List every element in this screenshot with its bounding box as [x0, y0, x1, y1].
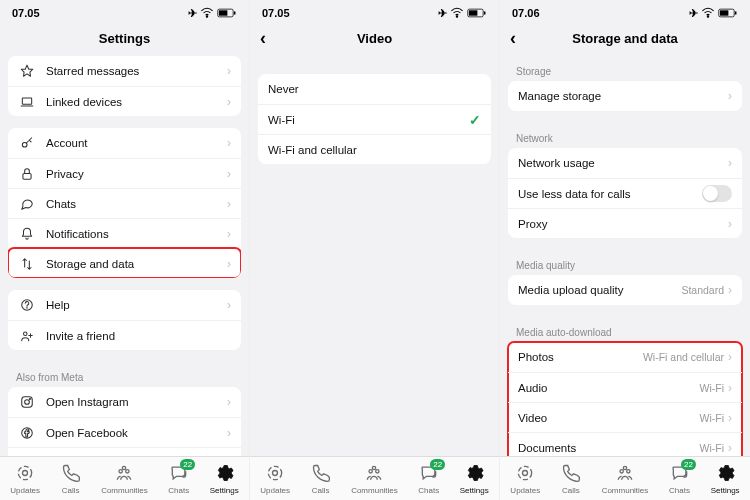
- chevron-right-icon: ›: [227, 426, 231, 440]
- row-wi-fi-and-cellular[interactable]: Wi-Fi and cellular: [258, 134, 491, 164]
- row-video[interactable]: VideoWi-Fi›: [508, 402, 742, 432]
- svg-point-17: [119, 469, 122, 472]
- content: StorageManage storage›NetworkNetwork usa…: [500, 56, 750, 456]
- row-linked-devices[interactable]: Linked devices›: [8, 86, 241, 116]
- row-open-facebook[interactable]: Open Facebook›: [8, 417, 241, 447]
- status-indicators: ✈︎: [689, 7, 738, 20]
- svg-point-28: [373, 466, 376, 469]
- tab-calls[interactable]: Calls: [311, 463, 331, 495]
- chevron-right-icon: ›: [728, 441, 732, 455]
- settings-card: Network usage›Use less data for callsPro…: [508, 148, 742, 238]
- status-bar: 07.05✈︎: [0, 0, 249, 20]
- row-value: Wi-Fi and cellular: [643, 351, 724, 363]
- tab-label: Calls: [312, 486, 330, 495]
- back-button[interactable]: ‹: [260, 29, 266, 47]
- svg-point-15: [23, 470, 28, 475]
- tab-label: Settings: [711, 486, 740, 495]
- settings-card: Manage storage›: [508, 81, 742, 111]
- row-open-threads[interactable]: Open Threads›: [8, 447, 241, 456]
- row-chats[interactable]: Chats›: [8, 188, 241, 218]
- row-documents[interactable]: DocumentsWi-Fi›: [508, 432, 742, 456]
- row-privacy[interactable]: Privacy›: [8, 158, 241, 188]
- nav-title: Video: [357, 31, 392, 46]
- tab-communities[interactable]: Communities: [351, 463, 398, 495]
- row-notifications[interactable]: Notifications›: [8, 218, 241, 248]
- row-account[interactable]: Account›: [8, 128, 241, 158]
- row-storage-and-data[interactable]: Storage and data›: [8, 248, 241, 278]
- row-audio[interactable]: AudioWi-Fi›: [508, 372, 742, 402]
- row-open-instagram[interactable]: Open Instagram›: [8, 387, 241, 417]
- tab-communities[interactable]: Communities: [101, 463, 148, 495]
- tab-calls[interactable]: Calls: [61, 463, 81, 495]
- row-proxy[interactable]: Proxy›: [508, 208, 742, 238]
- svg-marker-4: [21, 65, 33, 76]
- chevron-right-icon: ›: [227, 197, 231, 211]
- updown-icon: [18, 257, 36, 271]
- updates-icon: [15, 463, 35, 485]
- tab-updates[interactable]: Updates: [510, 463, 540, 495]
- status-indicators: ✈︎: [188, 7, 237, 20]
- tab-communities[interactable]: Communities: [602, 463, 649, 495]
- tab-settings[interactable]: Settings: [711, 463, 740, 495]
- calls-icon: [561, 463, 581, 485]
- svg-point-27: [376, 469, 379, 472]
- tab-updates[interactable]: Updates: [260, 463, 290, 495]
- row-use-less-data-for-calls[interactable]: Use less data for calls: [508, 178, 742, 208]
- row-photos[interactable]: PhotosWi-Fi and cellular›: [508, 342, 742, 372]
- settings-card: Help›Invite a friend: [8, 290, 241, 350]
- tab-label: Calls: [562, 486, 580, 495]
- tab-label: Settings: [210, 486, 239, 495]
- tab-bar: UpdatesCallsCommunities22ChatsSettings: [500, 456, 750, 500]
- section-header: Network: [508, 123, 742, 148]
- row-help[interactable]: Help›: [8, 290, 241, 320]
- laptop-icon: [18, 95, 36, 109]
- nav-bar: ‹Video: [250, 20, 499, 56]
- row-invite-a-friend[interactable]: Invite a friend: [8, 320, 241, 350]
- row-manage-storage[interactable]: Manage storage›: [508, 81, 742, 111]
- row-label: Use less data for calls: [518, 188, 702, 200]
- tab-chats[interactable]: 22Chats: [418, 463, 439, 495]
- row-never[interactable]: Never: [258, 74, 491, 104]
- tab-settings[interactable]: Settings: [210, 463, 239, 495]
- content: NeverWi-Fi✓Wi-Fi and cellular: [250, 56, 499, 456]
- tab-settings[interactable]: Settings: [460, 463, 489, 495]
- svg-rect-2: [219, 10, 227, 15]
- content: Starred messages›Linked devices›Account›…: [0, 56, 249, 456]
- settings-card: NeverWi-Fi✓Wi-Fi and cellular: [258, 74, 491, 164]
- row-label: Proxy: [518, 218, 728, 230]
- tab-updates[interactable]: Updates: [10, 463, 40, 495]
- chevron-right-icon: ›: [227, 395, 231, 409]
- tab-label: Updates: [510, 486, 540, 495]
- gear-icon: [464, 463, 484, 485]
- row-wi-fi[interactable]: Wi-Fi✓: [258, 104, 491, 134]
- svg-point-20: [456, 16, 457, 17]
- row-label: Chats: [46, 198, 227, 210]
- status-bar: 07.06✈︎: [500, 0, 750, 20]
- section-header: Also from Meta: [8, 362, 241, 387]
- status-time: 07.05: [12, 7, 40, 19]
- row-starred-messages[interactable]: Starred messages›: [8, 56, 241, 86]
- tab-chats[interactable]: 22Chats: [168, 463, 189, 495]
- row-label: Notifications: [46, 228, 227, 240]
- star-icon: [18, 64, 36, 78]
- calls-icon: [61, 463, 81, 485]
- row-label: Media upload quality: [518, 284, 681, 296]
- chevron-right-icon: ›: [227, 95, 231, 109]
- svg-point-37: [623, 466, 626, 469]
- tab-chats[interactable]: 22Chats: [669, 463, 690, 495]
- svg-rect-31: [720, 10, 728, 15]
- back-button[interactable]: ‹: [510, 29, 516, 47]
- comm-icon: [114, 463, 134, 485]
- row-network-usage[interactable]: Network usage›: [508, 148, 742, 178]
- svg-point-29: [707, 16, 708, 17]
- row-media-upload-quality[interactable]: Media upload qualityStandard›: [508, 275, 742, 305]
- chevron-right-icon: ›: [728, 350, 732, 364]
- toggle[interactable]: [702, 185, 732, 202]
- row-label: Documents: [518, 442, 700, 454]
- tab-label: Updates: [10, 486, 40, 495]
- svg-rect-7: [23, 173, 31, 179]
- tab-calls[interactable]: Calls: [561, 463, 581, 495]
- nav-title: Storage and data: [572, 31, 677, 46]
- instagram-icon: [18, 395, 36, 409]
- tab-label: Calls: [62, 486, 80, 495]
